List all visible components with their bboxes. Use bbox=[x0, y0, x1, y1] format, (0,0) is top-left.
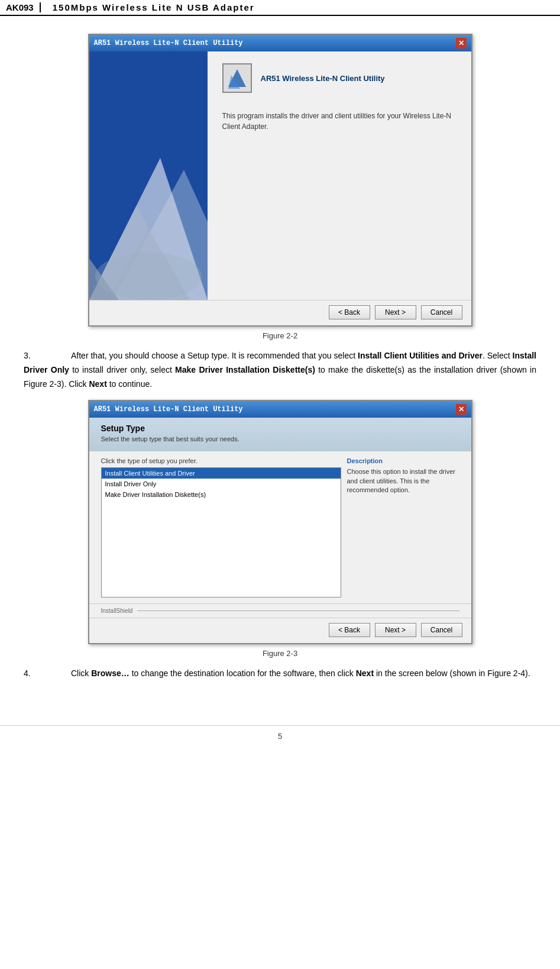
page-header: AK093 150Mbps Wireless Lite N USB Adapte… bbox=[0, 0, 560, 16]
figure-2-2-wrapper: AR51 Wireless Lite-N Client Utility ✕ bbox=[24, 34, 536, 327]
step-3-content: After that, you should choose a Setup ty… bbox=[24, 351, 536, 389]
app-description: This program installs the driver and cli… bbox=[222, 111, 457, 132]
setup-content: Click the type of setup you prefer. Inst… bbox=[89, 451, 471, 603]
figure-2-3-caption: Figure 2-3 bbox=[24, 649, 536, 658]
click-label: Click the type of setup you prefer. bbox=[101, 457, 341, 464]
step4-text3: in the screen below (shown in Figure 2-4… bbox=[374, 668, 530, 678]
close-button-2-2[interactable]: ✕ bbox=[456, 38, 467, 49]
app-title-text: AR51 Wireless Lite-N Client Utility bbox=[261, 74, 385, 83]
btn-row-2-3: < Back Next > Cancel bbox=[89, 618, 471, 643]
right-panel-2-2: AR51 Wireless Lite-N Client Utility This… bbox=[208, 51, 471, 300]
step4-text-before: Click bbox=[71, 668, 91, 678]
desc-label: Description bbox=[347, 457, 459, 464]
setup-header: Setup Type Select the setup type that be… bbox=[89, 418, 471, 451]
step-4-content: Click Browse… to change the destination … bbox=[71, 668, 530, 678]
btn-row-2-2: < Back Next > Cancel bbox=[89, 300, 471, 325]
main-content: AR51 Wireless Lite-N Client Utility ✕ bbox=[0, 16, 560, 713]
figure-2-3-window: AR51 Wireless Lite-N Client Utility ✕ Se… bbox=[88, 400, 472, 644]
step3-bold3: Make Driver Installation Diskette(s) bbox=[175, 365, 315, 374]
list-item-0[interactable]: Install Client Utilities and Driver bbox=[102, 468, 341, 479]
page-number: 5 bbox=[0, 725, 560, 747]
back-button-2-2[interactable]: < Back bbox=[329, 305, 370, 319]
installshield-bar: InstallShield bbox=[89, 603, 471, 618]
step4-bold1: Browse… bbox=[91, 668, 130, 678]
step3-bold1: Install Client Utilities and Driver bbox=[358, 351, 483, 360]
next-button-2-2[interactable]: Next > bbox=[375, 305, 416, 319]
step3-text-before: After that, you should choose a Setup ty… bbox=[71, 351, 358, 360]
page-title: 150Mbps Wireless Lite N USB Adapter bbox=[53, 2, 255, 12]
step-3-number: 3. bbox=[24, 349, 47, 363]
decorative-shapes bbox=[89, 51, 208, 300]
titlebar-2-2-text: AR51 Wireless Lite-N Client Utility bbox=[94, 39, 243, 47]
window-body-2-2: AR51 Wireless Lite-N Client Utility This… bbox=[89, 51, 471, 300]
list-item-2[interactable]: Make Driver Installation Diskette(s) bbox=[102, 489, 341, 500]
description-area: Description Choose this option to instal… bbox=[347, 457, 459, 597]
titlebar-2-2: AR51 Wireless Lite-N Client Utility ✕ bbox=[89, 35, 471, 51]
titlebar-2-3: AR51 Wireless Lite-N Client Utility ✕ bbox=[89, 401, 471, 418]
cancel-button-2-2[interactable]: Cancel bbox=[421, 305, 462, 319]
cancel-button-2-3[interactable]: Cancel bbox=[421, 623, 462, 637]
setup-type-title: Setup Type bbox=[101, 424, 459, 433]
logo-area: AR51 Wireless Lite-N Client Utility bbox=[222, 63, 457, 93]
list-item-1[interactable]: Install Driver Only bbox=[102, 479, 341, 489]
installshield-label: InstallShield bbox=[101, 608, 133, 614]
desc-text: Choose this option to install the driver… bbox=[347, 467, 459, 495]
left-panel-2-2 bbox=[89, 51, 208, 300]
step3-bold4: Next bbox=[89, 379, 106, 389]
logo-svg bbox=[225, 66, 249, 90]
step-3-paragraph: 3. After that, you should choose a Setup… bbox=[24, 349, 536, 391]
setup-listbox[interactable]: Install Client Utilities and Driver Inst… bbox=[101, 467, 341, 597]
next-button-2-3[interactable]: Next > bbox=[375, 623, 416, 637]
figure-2-2-window: AR51 Wireless Lite-N Client Utility ✕ bbox=[88, 34, 472, 327]
step-4-paragraph: 4. Click Browse… to change the destinati… bbox=[24, 667, 536, 681]
step3-text2: . Select bbox=[483, 351, 513, 360]
figure-2-2-caption: Figure 2-2 bbox=[24, 331, 536, 340]
titlebar-2-3-text: AR51 Wireless Lite-N Client Utility bbox=[94, 405, 243, 414]
model-label: AK093 bbox=[6, 2, 41, 12]
back-button-2-3[interactable]: < Back bbox=[329, 623, 370, 637]
svg-point-6 bbox=[95, 253, 202, 300]
figure-2-3-wrapper: AR51 Wireless Lite-N Client Utility ✕ Se… bbox=[24, 400, 536, 644]
listbox-area: Click the type of setup you prefer. Inst… bbox=[101, 457, 341, 597]
close-button-2-3[interactable]: ✕ bbox=[456, 404, 467, 415]
step4-text2: to change the destination location for t… bbox=[130, 668, 356, 678]
logo-icon bbox=[222, 63, 252, 93]
step-4-number: 4. bbox=[24, 667, 47, 681]
step3-text5: to continue. bbox=[107, 379, 152, 389]
installshield-line bbox=[137, 611, 459, 611]
step3-text3: to install driver only, select bbox=[69, 365, 175, 374]
setup-type-subtitle: Select the setup type that best suits yo… bbox=[101, 435, 459, 442]
step4-bold2: Next bbox=[356, 668, 374, 678]
